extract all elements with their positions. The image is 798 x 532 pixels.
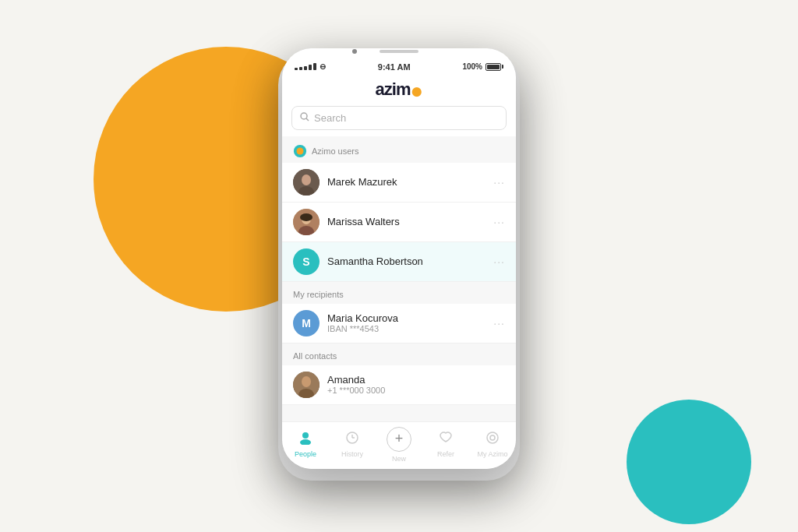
nav-my-azimo[interactable]: My Azimo [469,431,516,458]
contact-marek[interactable]: Marek Mazurek ··· [282,163,516,203]
search-icon [300,112,309,124]
nav-my-azimo-label: My Azimo [477,450,507,458]
contact-info-samantha: Samantha Robertson [327,255,486,267]
content-area: Azimo users Marek Mazurek ··· [282,136,516,421]
contact-name-marek: Marek Mazurek [327,176,486,188]
phone-frame: ⊖ 9:41 AM 100% azim● [282,48,516,469]
section-azimo-users: Azimo users [282,136,516,163]
phone-screen: ⊖ 9:41 AM 100% azim● [282,48,516,469]
azimo-logo: azim● [295,79,503,100]
avatar-letter-samantha: S [302,255,309,268]
nav-new-label: New [392,455,406,463]
search-placeholder: Search [314,112,346,124]
avatar-marek [293,169,320,196]
nav-refer[interactable]: Refer [422,431,469,458]
signal-icon [295,63,316,70]
avatar-samantha: S [293,248,320,275]
more-icon-maria[interactable]: ··· [493,317,505,329]
contact-name-samantha: Samantha Robertson [327,255,486,267]
svg-point-19 [487,432,498,443]
contact-name-marissa: Marissa Walters [327,216,486,227]
avatar-marissa [293,209,320,235]
azimo-section-icon [293,144,307,158]
contact-amanda[interactable]: Amanda +1 ***000 3000 [282,365,516,405]
phone-top-bar [282,48,516,56]
nav-add-button[interactable]: + [387,427,411,452]
svg-point-3 [297,147,304,154]
people-icon [298,431,312,449]
avatar-letter-maria: M [302,317,311,329]
section-my-recipients: My recipients [282,282,516,304]
nav-people-label: People [295,450,316,458]
more-icon-samantha[interactable]: ··· [493,255,505,268]
contact-info-marissa: Marissa Walters [327,216,486,227]
wifi-icon: ⊖ [320,62,326,71]
contact-name-amanda: Amanda [327,374,505,386]
app-header: azim● [282,75,516,106]
bg-teal-circle [627,400,751,524]
section-all-contacts: All contacts [282,344,516,365]
contact-info-amanda: Amanda +1 ***000 3000 [327,374,505,395]
all-contacts-label: All contacts [293,351,337,361]
contact-info-marek: Marek Mazurek [327,176,486,188]
nav-people[interactable]: People [282,431,329,458]
svg-point-15 [300,439,311,445]
my-recipients-label: My recipients [293,290,344,299]
nav-refer-label: Refer [437,450,454,458]
avatar-amanda [293,372,320,398]
battery-icon [486,63,503,71]
status-time: 9:41 AM [378,62,411,72]
phone-camera [352,49,357,54]
scene: ⊖ 9:41 AM 100% azim● [228,17,570,516]
my-azimo-icon [486,431,500,449]
svg-point-10 [300,213,312,221]
contact-maria[interactable]: M Maria Kocurova IBAN ***4543 ··· [282,304,516,344]
svg-line-1 [306,118,309,121]
search-input-wrapper[interactable]: Search [291,106,507,130]
battery-percent: 100% [462,62,482,71]
avatar-maria: M [293,310,320,336]
status-right: 100% [462,62,503,71]
svg-point-0 [301,113,307,119]
contact-samantha[interactable]: S Samantha Robertson ··· [282,242,516,282]
history-icon [345,431,359,449]
nav-history-label: History [341,450,363,458]
nav-history[interactable]: History [329,431,376,458]
azimo-users-label: Azimo users [312,146,359,156]
more-icon-marissa[interactable]: ··· [493,216,505,228]
refer-icon [439,431,453,449]
contact-name-maria: Maria Kocurova [327,312,486,324]
bottom-nav: People History + [282,421,516,469]
contact-sub-maria: IBAN ***4543 [327,324,486,333]
status-left: ⊖ [295,62,326,71]
svg-point-14 [302,432,309,439]
contact-info-maria: Maria Kocurova IBAN ***4543 [327,312,486,333]
status-bar: ⊖ 9:41 AM 100% [282,56,516,75]
svg-point-5 [302,174,311,185]
svg-point-12 [302,376,311,387]
phone-speaker [380,50,418,53]
more-icon-marek[interactable]: ··· [493,176,505,188]
contact-marissa[interactable]: Marissa Walters ··· [282,203,516,242]
plus-icon: + [395,431,404,447]
contact-sub-amanda: +1 ***000 3000 [327,386,505,395]
search-bar: Search [291,106,507,130]
svg-point-20 [490,435,495,440]
nav-new[interactable]: + New [376,427,422,463]
